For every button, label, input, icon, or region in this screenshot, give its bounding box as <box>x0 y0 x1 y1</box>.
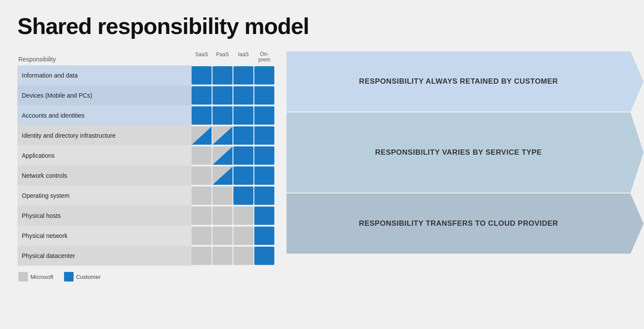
cell-gray <box>192 207 212 225</box>
cell-blue <box>192 86 212 105</box>
cell-blue <box>212 66 233 85</box>
table-header: Responsibility SaaS PaaS IaaS On-prem <box>17 51 283 65</box>
col-header-responsibility: Responsibility <box>17 56 192 63</box>
cell-blue <box>192 106 212 125</box>
legend-box-customer <box>64 272 74 282</box>
page-title: Shared responsibility model <box>17 13 627 39</box>
legend: Microsoft Customer <box>18 272 627 282</box>
table-row: Physical hosts <box>17 206 283 226</box>
cell-blue <box>233 166 253 185</box>
row-label: Physical datacenter <box>17 246 192 266</box>
cell-blue <box>254 207 274 225</box>
row-cells <box>192 246 274 266</box>
col-onprem: On-prem <box>254 51 274 63</box>
cell-gray <box>192 146 212 165</box>
cell-gray <box>192 247 212 265</box>
cell-blue <box>254 106 274 125</box>
table-row: Identity and directory infrastructure <box>17 125 283 146</box>
cell-blue <box>254 247 274 265</box>
table-row: Applications <box>17 146 283 166</box>
table-row: Accounts and identities <box>17 105 283 125</box>
arrow-text-2: RESPONSIBILITY VARIES BY SERVICE TYPE <box>287 148 644 157</box>
row-cells <box>192 146 274 166</box>
cell-blue <box>192 66 212 85</box>
table-row: Information and data <box>17 65 283 85</box>
cell-half <box>212 146 233 165</box>
arrow-3: RESPONSIBILITY TRANSFERS TO CLOUD PROVID… <box>287 193 644 254</box>
cell-blue <box>254 146 274 165</box>
cell-blue <box>233 66 253 85</box>
cell-gray <box>212 207 233 225</box>
row-label: Devices (Mobile and PCs) <box>17 85 192 105</box>
cell-blue <box>233 86 253 105</box>
cell-half <box>212 126 233 145</box>
row-label: Applications <box>17 146 192 166</box>
cell-blue <box>254 187 274 205</box>
row-cells <box>192 105 274 125</box>
cell-blue <box>254 227 274 245</box>
responsibility-table: Responsibility SaaS PaaS IaaS On-prem In… <box>17 51 283 266</box>
arrows-panel: RESPONSIBILITY ALWAYS RETAINED BY CUSTOM… <box>287 51 644 266</box>
row-label: Physical hosts <box>17 206 192 226</box>
row-label: Operating system <box>17 186 192 206</box>
cell-blue <box>254 166 274 185</box>
col-saas: SaaS <box>192 51 212 63</box>
legend-customer: Customer <box>64 272 101 282</box>
row-label: Physical network <box>17 226 192 246</box>
col-iaas: IaaS <box>233 51 253 63</box>
row-cells <box>192 166 274 186</box>
table-row: Physical datacenter <box>17 246 283 266</box>
legend-microsoft: Microsoft <box>18 272 54 282</box>
row-label: Information and data <box>17 65 192 85</box>
slide: Shared responsibility model Responsibili… <box>0 0 644 329</box>
cell-half <box>212 166 233 185</box>
cell-blue <box>212 106 233 125</box>
cell-gray <box>192 227 212 245</box>
cell-blue <box>233 187 253 205</box>
cell-blue <box>233 126 253 145</box>
cell-gray <box>212 247 233 265</box>
row-cells <box>192 206 274 226</box>
cell-gray <box>233 207 253 225</box>
col-paas: PaaS <box>212 51 233 63</box>
row-cells <box>192 125 274 146</box>
table-body: Information and dataDevices (Mobile and … <box>17 65 283 266</box>
col-headers: SaaS PaaS IaaS On-prem <box>192 51 274 63</box>
row-label: Accounts and identities <box>17 105 192 125</box>
cell-blue <box>254 126 274 145</box>
row-cells <box>192 226 274 246</box>
cell-half <box>192 126 212 145</box>
table-row: Devices (Mobile and PCs) <box>17 85 283 105</box>
arrow-text-3: RESPONSIBILITY TRANSFERS TO CLOUD PROVID… <box>287 219 644 228</box>
row-cells <box>192 186 274 206</box>
cell-gray <box>192 187 212 205</box>
cell-blue <box>233 146 253 165</box>
cell-blue <box>233 106 253 125</box>
arrow-text-1: RESPONSIBILITY ALWAYS RETAINED BY CUSTOM… <box>287 77 644 86</box>
cell-gray <box>233 247 253 265</box>
cell-blue <box>254 66 274 85</box>
cell-gray <box>192 166 212 185</box>
cell-gray <box>212 227 233 245</box>
row-cells <box>192 65 274 85</box>
row-cells <box>192 85 274 105</box>
table-row: Operating system <box>17 186 283 206</box>
arrow-2: RESPONSIBILITY VARIES BY SERVICE TYPE <box>287 112 644 193</box>
legend-label-customer: Customer <box>76 274 101 280</box>
table-row: Network controls <box>17 166 283 186</box>
table-row: Physical network <box>17 226 283 246</box>
cell-blue <box>254 86 274 105</box>
arrow-1: RESPONSIBILITY ALWAYS RETAINED BY CUSTOM… <box>287 51 644 112</box>
cell-gray <box>212 187 233 205</box>
cell-gray <box>233 227 253 245</box>
legend-label-microsoft: Microsoft <box>30 274 54 280</box>
row-label: Network controls <box>17 166 192 186</box>
row-label: Identity and directory infrastructure <box>17 125 192 146</box>
legend-box-microsoft <box>18 272 28 282</box>
cell-blue <box>212 86 233 105</box>
